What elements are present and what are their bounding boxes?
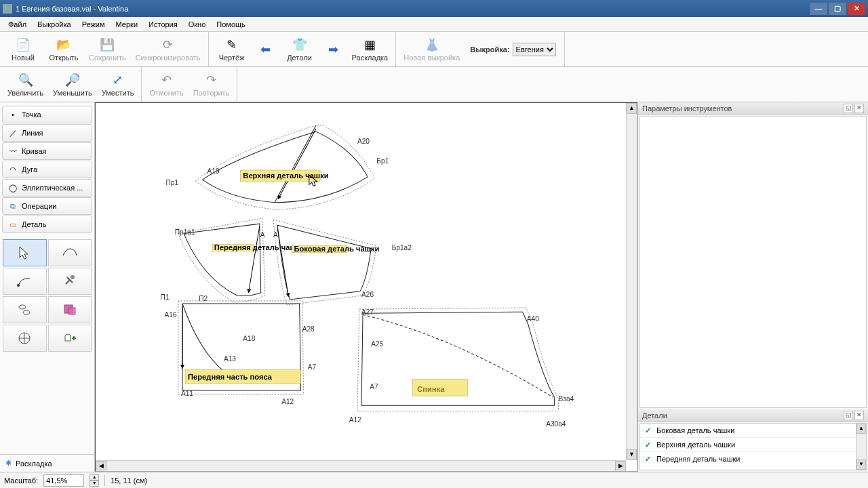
- tool-category-curve[interactable]: 〰Кривая: [2, 142, 92, 160]
- layout-icon: ✱: [5, 459, 12, 468]
- details-row[interactable]: ✓Верхняя деталь чашки: [640, 438, 866, 452]
- details-scrollbar[interactable]: ▲ ▼: [856, 424, 866, 470]
- mode-details-button[interactable]: 👕Детали: [281, 34, 319, 64]
- window-close-button[interactable]: ✕: [848, 3, 865, 15]
- details-list: ✓Боковая деталь чашки ✓Верхняя деталь ча…: [639, 423, 867, 470]
- tool-category-elliptical[interactable]: ◯Эллиптическая ...: [2, 179, 92, 197]
- arrow-left-icon: ⬅: [257, 41, 275, 58]
- scale-input[interactable]: [43, 474, 84, 487]
- details-panel-header: Детали ◱ ✕: [638, 409, 868, 422]
- tool-insert-node[interactable]: [3, 296, 47, 323]
- details-row[interactable]: ✓Боковая деталь чашки: [640, 424, 866, 438]
- scroll-up-icon[interactable]: ▲: [856, 424, 866, 434]
- tool-category-line[interactable]: ／Линия: [2, 124, 92, 142]
- curve-icon: 〰: [8, 146, 18, 156]
- workspace: •Точка ／Линия 〰Кривая ◠Дуга ◯Эллиптическ…: [0, 102, 868, 472]
- new-pattern-button[interactable]: 👗Новая выкройка: [400, 34, 463, 64]
- canvas-area[interactable]: Верхняя деталь чашки A20 Бр1 A19 Пр1 Пер…: [95, 102, 637, 472]
- zoom-fit-icon: ⤢: [109, 72, 127, 87]
- tool-category-arc[interactable]: ◠Дуга: [2, 161, 92, 178]
- scale-label: Масштаб:: [4, 476, 38, 485]
- tool-true-darts[interactable]: [3, 325, 47, 352]
- menu-help[interactable]: Помощь: [212, 19, 250, 30]
- zoom-in-button[interactable]: 🔍Увеличить: [4, 69, 47, 100]
- scroll-right-icon[interactable]: ▶: [615, 461, 626, 472]
- scale-up-button[interactable]: ▲: [90, 474, 99, 481]
- scale-down-button[interactable]: ▼: [90, 481, 99, 487]
- mode-draft-button[interactable]: ✎Чертёж: [213, 34, 251, 64]
- tool-piece-path[interactable]: [48, 239, 92, 266]
- canvas-vertical-scrollbar[interactable]: ▲ ▼: [626, 103, 637, 460]
- scroll-down-icon[interactable]: ▼: [856, 460, 866, 470]
- check-icon: ✓: [643, 454, 652, 464]
- window-maximize-button[interactable]: ▢: [829, 3, 846, 15]
- operations-icon: ⧉: [8, 201, 18, 211]
- new-button[interactable]: 📄Новый: [4, 34, 42, 64]
- menu-history[interactable]: История: [144, 19, 182, 30]
- undo-button[interactable]: ↶Отменить: [146, 69, 186, 100]
- tool-params-body: [639, 116, 867, 408]
- save-button[interactable]: 💾Сохранить: [85, 34, 130, 64]
- svg-text:A20: A20: [357, 138, 370, 145]
- svg-text:A11: A11: [181, 390, 193, 397]
- tool-pin[interactable]: [48, 268, 92, 295]
- pattern-canvas[interactable]: Верхняя деталь чашки A20 Бр1 A19 Пр1 Пер…: [96, 103, 626, 460]
- pattern-new-icon: 👗: [423, 37, 441, 52]
- svg-text:Передняя деталь чашки: Передняя деталь чашки: [214, 243, 305, 251]
- zoom-fit-button[interactable]: ⤢Уместить: [98, 69, 138, 100]
- tool-union[interactable]: [48, 296, 92, 323]
- redo-button[interactable]: ↷Повторить: [190, 69, 233, 100]
- pointer-icon: [17, 245, 32, 260]
- tool-category-point[interactable]: •Точка: [2, 106, 92, 123]
- canvas-horizontal-scrollbar[interactable]: ◀ ▶: [96, 460, 626, 471]
- tool-internal-path[interactable]: [3, 268, 47, 295]
- panel-undock-button[interactable]: ◱: [844, 411, 853, 420]
- mode-next-button[interactable]: ➡: [321, 34, 346, 64]
- zoom-out-button[interactable]: 🔎Уменьшить: [50, 69, 96, 100]
- svg-text:A12: A12: [281, 398, 294, 405]
- mode-layout-button[interactable]: ▦Раскладка: [349, 34, 392, 64]
- menu-measure[interactable]: Мерки: [112, 19, 142, 30]
- panel-undock-button[interactable]: ◱: [844, 104, 853, 113]
- sync-button[interactable]: ⟳Синхронизировать: [132, 34, 204, 64]
- svg-text:A18: A18: [243, 335, 255, 342]
- tool-category-detail[interactable]: ▭Деталь: [2, 216, 92, 233]
- menu-window[interactable]: Окно: [184, 19, 210, 30]
- details-row[interactable]: ✓Передняя деталь чашки: [640, 452, 866, 466]
- svg-text:Вза4: Вза4: [558, 395, 574, 403]
- svg-text:A40: A40: [527, 315, 539, 323]
- tool-duplicate-detail[interactable]: [48, 325, 92, 352]
- scroll-up-icon[interactable]: ▲: [627, 103, 637, 114]
- svg-point-3: [23, 310, 30, 314]
- svg-text:A12: A12: [349, 416, 361, 424]
- tool-pointer[interactable]: [3, 239, 47, 266]
- svg-point-1: [71, 275, 75, 279]
- svg-text:A: A: [260, 232, 265, 239]
- svg-text:A28: A28: [302, 325, 315, 333]
- window-minimize-button[interactable]: —: [810, 3, 827, 15]
- pattern-select[interactable]: Евгения: [513, 43, 556, 56]
- piece-path-icon: [62, 246, 78, 260]
- menu-mode[interactable]: Режим: [78, 19, 109, 30]
- zoom-toolbar: 🔍Увеличить 🔎Уменьшить ⤢Уместить ↶Отменит…: [0, 67, 868, 102]
- svg-text:A27: A27: [361, 308, 374, 316]
- arc-icon: ◠: [8, 165, 18, 174]
- open-button[interactable]: 📂Открыть: [45, 34, 83, 64]
- panel-close-button[interactable]: ✕: [854, 411, 864, 420]
- svg-text:А30а4: А30а4: [546, 420, 566, 428]
- svg-text:A25: A25: [371, 340, 383, 348]
- menu-file[interactable]: Файл: [4, 19, 31, 30]
- panel-close-button[interactable]: ✕: [854, 104, 864, 113]
- svg-text:A7: A7: [370, 383, 378, 390]
- scroll-down-icon[interactable]: ▼: [627, 449, 637, 460]
- duplicate-detail-icon: [62, 331, 77, 345]
- menu-pattern[interactable]: Выкройка: [33, 19, 75, 30]
- tool-category-layout[interactable]: ✱Раскладка: [0, 454, 94, 472]
- scroll-left-icon[interactable]: ◀: [96, 461, 106, 472]
- save-icon: 💾: [98, 37, 116, 52]
- tool-category-operations[interactable]: ⧉Операции: [2, 197, 92, 215]
- layout-grid-icon: ▦: [361, 37, 378, 52]
- undo-icon: ↶: [158, 72, 176, 87]
- mode-prev-button[interactable]: ⬅: [254, 34, 278, 64]
- scale-spinner[interactable]: ▲ ▼: [90, 474, 99, 487]
